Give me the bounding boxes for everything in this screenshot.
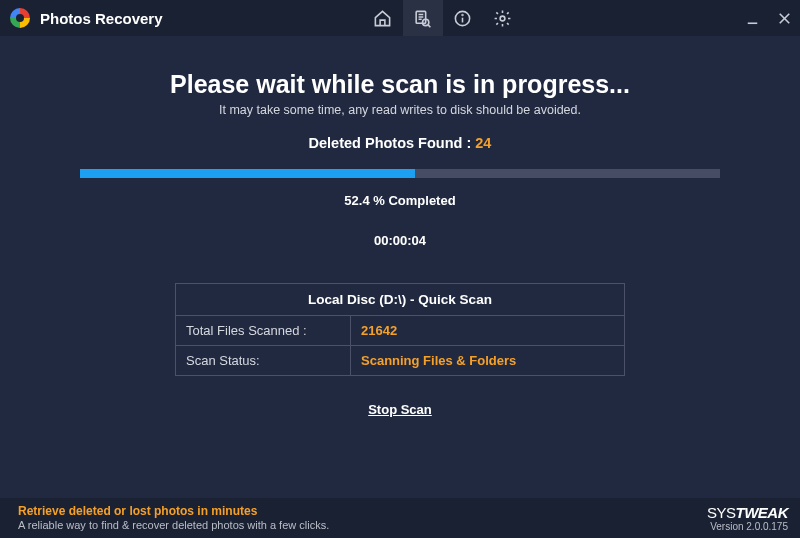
row-label: Scan Status:	[176, 346, 351, 375]
scan-details-table: Local Disc (D:\) - Quick Scan Total File…	[175, 283, 625, 376]
footer-title: Retrieve deleted or lost photos in minut…	[18, 504, 329, 519]
deleted-value: 24	[475, 135, 491, 151]
deleted-label: Deleted Photos Found :	[309, 135, 472, 151]
progress-fill	[80, 169, 415, 178]
version-label: Version 2.0.0.175	[707, 521, 788, 532]
scan-icon[interactable]	[403, 0, 443, 36]
app-logo-icon	[10, 8, 30, 28]
elapsed-time: 00:00:04	[374, 233, 426, 248]
gear-icon[interactable]	[483, 0, 523, 36]
table-row: Total Files Scanned : 21642	[176, 316, 624, 345]
svg-point-4	[462, 14, 463, 15]
nav-icons	[363, 0, 523, 36]
footer-sub: A reliable way to find & recover deleted…	[18, 519, 329, 533]
footer-right: SYSTWEAK Version 2.0.0.175	[707, 504, 788, 532]
deleted-photos-found: Deleted Photos Found : 24	[309, 135, 492, 151]
footer: Retrieve deleted or lost photos in minut…	[0, 498, 800, 538]
details-header: Local Disc (D:\) - Quick Scan	[176, 284, 624, 316]
row-label: Total Files Scanned :	[176, 316, 351, 345]
percent-label: 52.4 % Completed	[344, 193, 455, 208]
home-icon[interactable]	[363, 0, 403, 36]
footer-left: Retrieve deleted or lost photos in minut…	[18, 504, 329, 533]
brand-logo: SYSTWEAK	[707, 504, 788, 521]
row-value: Scanning Files & Folders	[351, 346, 526, 375]
scan-progress-panel: Please wait while scan is in progress...…	[0, 36, 800, 498]
table-row: Scan Status: Scanning Files & Folders	[176, 345, 624, 375]
scan-subheading: It may take some time, any read writes t…	[219, 103, 581, 117]
svg-point-5	[500, 16, 505, 21]
titlebar: Photos Recovery	[0, 0, 800, 36]
progress-bar	[80, 169, 720, 178]
app-title: Photos Recovery	[40, 10, 163, 27]
info-icon[interactable]	[443, 0, 483, 36]
stop-scan-button[interactable]: Stop Scan	[368, 402, 432, 417]
row-value: 21642	[351, 316, 407, 345]
scan-heading: Please wait while scan is in progress...	[170, 70, 630, 99]
window-controls	[736, 0, 800, 36]
minimize-button[interactable]	[736, 0, 768, 36]
close-button[interactable]	[768, 0, 800, 36]
